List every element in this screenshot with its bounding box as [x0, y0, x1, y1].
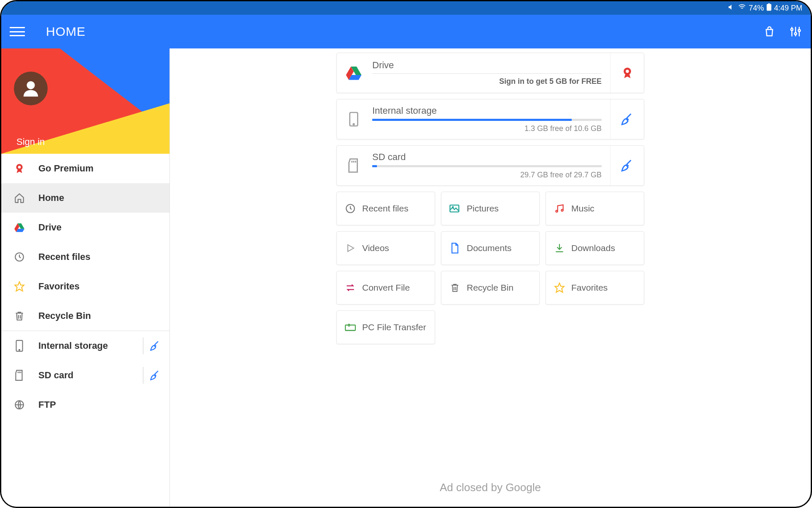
trash-icon [13, 310, 26, 322]
tile-label: Music [571, 203, 594, 214]
drive-premium-button[interactable] [610, 53, 644, 93]
nav-ftp[interactable]: FTP [1, 390, 169, 420]
play-icon [344, 242, 356, 254]
wifi-icon [738, 3, 746, 13]
tile-music[interactable]: Music [546, 192, 644, 225]
clean-sd-button[interactable] [610, 146, 644, 185]
sd-card-card[interactable]: SD card 29.7 GB free of 29.7 GB [336, 145, 644, 186]
svg-rect-1 [767, 4, 771, 11]
svg-line-0 [732, 5, 734, 9]
nav-label: Recycle Bin [38, 310, 91, 321]
tile-recent-files[interactable]: Recent files [336, 192, 435, 225]
download-icon [554, 242, 565, 254]
svg-point-29 [353, 124, 355, 125]
tile-label: Pictures [467, 203, 499, 214]
document-icon [449, 242, 461, 254]
tile-label: Recycle Bin [467, 283, 514, 293]
tile-favorites[interactable]: Favorites [546, 271, 644, 305]
main-content: Drive Sign in to get 5 GB for FREE Inter… [170, 48, 811, 507]
tile-pc-file-transfer[interactable]: PC File Transfer [336, 310, 435, 344]
nav-recycle-bin[interactable]: Recycle Bin [1, 301, 169, 331]
settings-sliders-icon[interactable] [789, 25, 802, 38]
pictures-icon [449, 203, 461, 214]
svg-rect-40 [345, 325, 355, 331]
svg-point-4 [791, 29, 793, 31]
nav-label: Home [38, 193, 64, 203]
nav-home[interactable]: Home [1, 183, 169, 213]
nav-label: Drive [38, 222, 62, 233]
nav-drive[interactable]: Drive [1, 213, 169, 242]
trash-icon [449, 282, 461, 294]
battery-icon [766, 3, 772, 13]
nav-recent[interactable]: Recent files [1, 242, 169, 272]
avatar[interactable] [14, 72, 48, 105]
shop-icon[interactable] [763, 25, 776, 38]
clean-internal-button[interactable] [143, 337, 161, 354]
drawer-header: Sign in [1, 48, 169, 154]
storage-title: SD card [372, 152, 602, 163]
svg-point-27 [626, 70, 629, 73]
sign-in-link[interactable]: Sign in [16, 136, 45, 147]
home-icon [13, 192, 26, 204]
nav-label: Recent files [38, 251, 91, 262]
tile-videos[interactable]: Videos [336, 231, 435, 265]
clean-internal-button[interactable] [610, 99, 644, 139]
globe-icon [13, 398, 26, 411]
star-icon [554, 282, 565, 294]
drive-icon [13, 221, 26, 234]
hamburger-icon[interactable] [10, 27, 25, 36]
storage-title: Internal storage [372, 105, 602, 116]
nav-label: FTP [38, 399, 56, 410]
nav-sd-card[interactable]: SD card [1, 361, 169, 390]
mute-icon [728, 3, 735, 13]
clock-icon [344, 203, 356, 214]
clock: 4:49 PM [774, 4, 802, 13]
music-icon [554, 203, 565, 214]
svg-marker-39 [555, 283, 564, 292]
svg-point-35 [452, 206, 453, 207]
sd-card-icon [345, 157, 362, 174]
svg-marker-38 [348, 245, 354, 251]
phone-icon [345, 111, 362, 128]
nav-label: Go Premium [38, 163, 94, 174]
nav-label: Favorites [38, 281, 80, 292]
storage-subtitle: Sign in to get 5 GB for FREE [372, 77, 602, 86]
storage-fill [372, 119, 572, 121]
svg-point-8 [798, 29, 800, 32]
nav-go-premium[interactable]: Go Premium [1, 154, 169, 183]
storage-subtitle: 29.7 GB free of 29.7 GB [372, 171, 602, 179]
tile-label: PC File Transfer [362, 322, 426, 332]
tile-documents[interactable]: Documents [441, 231, 540, 265]
storage-subtitle: 1.3 GB free of 10.6 GB [372, 124, 602, 133]
nav-drawer: Sign in Go Premium Home Drive Recent fil… [1, 48, 170, 507]
nav-internal-storage[interactable]: Internal storage [1, 331, 169, 361]
svg-point-6 [795, 33, 797, 35]
storage-title: Drive [372, 60, 602, 71]
android-status-bar: 74% 4:49 PM [1, 1, 811, 15]
page-title: HOME [46, 24, 86, 39]
ad-closed-label: Ad closed by Google [170, 481, 811, 494]
svg-point-18 [19, 350, 20, 350]
tile-label: Videos [362, 243, 389, 253]
tile-convert-file[interactable]: Convert File [336, 271, 435, 305]
tile-pictures[interactable]: Pictures [441, 192, 540, 225]
tile-label: Documents [467, 243, 511, 253]
drive-icon [345, 64, 362, 81]
tile-downloads[interactable]: Downloads [546, 231, 644, 265]
tile-label: Recent files [362, 203, 409, 214]
battery-percent: 74% [749, 4, 764, 13]
tile-label: Convert File [362, 283, 410, 293]
svg-point-9 [27, 81, 35, 89]
nav-favorites[interactable]: Favorites [1, 272, 169, 301]
storage-fill [372, 165, 377, 167]
star-icon [13, 280, 26, 293]
svg-point-37 [561, 209, 563, 211]
internal-storage-card[interactable]: Internal storage 1.3 GB free of 10.6 GB [336, 99, 644, 139]
nav-label: Internal storage [38, 340, 108, 351]
clock-icon [13, 251, 26, 263]
tile-label: Downloads [571, 243, 615, 253]
svg-point-36 [556, 210, 557, 212]
drive-card[interactable]: Drive Sign in to get 5 GB for FREE [336, 53, 644, 93]
clean-sd-button[interactable] [143, 367, 161, 384]
tile-recycle-bin[interactable]: Recycle Bin [441, 271, 540, 305]
